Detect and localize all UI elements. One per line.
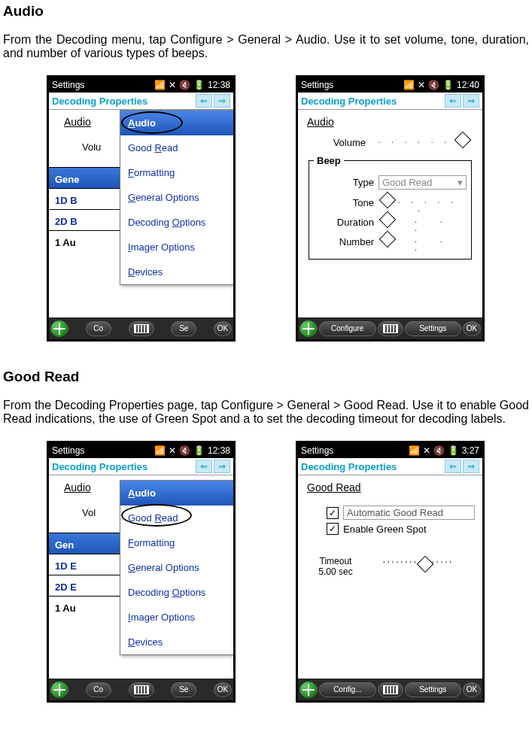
underlying-title: Audio <box>64 481 91 493</box>
start-button[interactable] <box>299 321 318 336</box>
soft-button-bar: Config... Settings OK <box>298 679 482 700</box>
type-select[interactable]: Good Read ▾ <box>378 175 467 190</box>
content-area: Audio Volu Gene 1D B 2D B 1 Au Audio Goo… <box>49 110 233 317</box>
menu-item-decoding-options[interactable]: Decoding Options <box>120 580 233 605</box>
timeout-value: 5.00 sec <box>306 566 366 577</box>
page-header: Decoding Properties ⇐ ⇒ <box>49 458 233 475</box>
signal-icon: 📶 <box>403 80 415 90</box>
menu-item-decoding-options[interactable]: Decoding Options <box>120 210 233 235</box>
configure-button-trunc[interactable]: Co <box>86 321 111 336</box>
antenna-icon: ✕ <box>169 445 176 456</box>
green-spot-label: Enable Green Spot <box>343 524 427 535</box>
windows-icon <box>51 320 68 337</box>
ok-button[interactable]: OK <box>463 321 481 336</box>
keyboard-icon <box>134 324 149 333</box>
keyboard-button[interactable] <box>378 321 403 336</box>
section-body-goodread: From the Decoding Properties page, tap C… <box>3 399 529 426</box>
speaker-icon: 🔇 <box>179 80 190 90</box>
content-area: Audio Vol Gen 1D E 2D E 1 Au Audio Good … <box>49 475 233 679</box>
battery-icon: 🔋 <box>448 445 459 456</box>
menu-item-devices[interactable]: Devices <box>120 260 233 284</box>
signal-icon: 📶 <box>154 445 166 456</box>
back-arrow-button[interactable]: ⇐ <box>445 94 461 108</box>
menu-item-devices[interactable]: Devices <box>120 630 233 654</box>
clock: 12:40 <box>457 80 479 90</box>
configure-button[interactable]: Configure <box>319 321 376 336</box>
soft-button-bar: Co Se OK <box>49 317 233 339</box>
ok-button[interactable]: OK <box>214 321 232 336</box>
settings-button[interactable]: Settings <box>405 321 462 336</box>
keyboard-button[interactable] <box>129 682 154 697</box>
number-label: Number <box>314 236 378 247</box>
start-button[interactable] <box>50 321 68 336</box>
tone-slider[interactable] <box>378 196 464 209</box>
green-spot-checkbox[interactable]: ✓ <box>327 523 339 535</box>
speaker-icon: 🔇 <box>179 445 190 456</box>
menu-item-formatting[interactable]: Formatting <box>120 160 233 185</box>
settings-button-trunc[interactable]: Se <box>171 682 196 697</box>
keyboard-button[interactable] <box>129 321 154 336</box>
menu-item-imager-options[interactable]: Imager Options <box>120 235 233 260</box>
soft-button-bar: Configure Settings OK <box>298 317 482 339</box>
signal-icon: 📶 <box>409 445 420 456</box>
back-arrow-button[interactable]: ⇐ <box>196 460 212 473</box>
status-bar: Settings 📶 ✕ 🔇 🔋 3:27 <box>298 443 482 458</box>
page-header: Decoding Properties ⇐ ⇒ <box>49 93 233 110</box>
ok-button[interactable]: OK <box>214 682 232 697</box>
annotation-circle-goodread <box>121 504 192 527</box>
back-arrow-button[interactable]: ⇐ <box>196 94 212 108</box>
keyboard-button[interactable] <box>378 682 403 697</box>
battery-icon: 🔋 <box>193 445 205 456</box>
screenshot-audio-settings: Settings 📶 ✕ 🔇 🔋 12:40 Decoding Properti… <box>296 75 485 342</box>
timeout-slider[interactable] <box>366 560 472 573</box>
number-slider[interactable] <box>378 235 464 248</box>
menu-item-audio[interactable]: Audio <box>120 481 233 506</box>
antenna-icon: ✕ <box>418 80 425 90</box>
screenshots-row-audio: Settings 📶 ✕ 🔇 🔋 12:38 Decoding Properti… <box>3 75 529 342</box>
underlying-title: Audio <box>64 116 91 128</box>
section-heading-goodread: Good Read <box>3 369 529 385</box>
status-title: Settings <box>52 80 84 90</box>
forward-arrow-button[interactable]: ⇒ <box>463 94 479 108</box>
forward-arrow-button[interactable]: ⇒ <box>463 460 479 473</box>
settings-button[interactable]: Settings <box>405 682 462 697</box>
windows-icon <box>51 682 68 698</box>
duration-label: Duration <box>314 217 378 228</box>
volume-slider[interactable] <box>370 135 472 149</box>
general-dropdown-menu: Audio Good Read Formatting General Optio… <box>120 110 233 285</box>
clock: 3:27 <box>462 445 479 456</box>
auto-goodread-checkbox[interactable]: ✓ <box>327 507 339 519</box>
forward-arrow-button[interactable]: ⇒ <box>214 94 230 108</box>
configure-button[interactable]: Config... <box>319 682 376 697</box>
soft-button-bar: Co Se OK <box>49 679 233 700</box>
status-bar: Settings 📶 ✕ 🔇 🔋 12:38 <box>49 443 233 458</box>
screenshot-audio-menu: Settings 📶 ✕ 🔇 🔋 12:38 Decoding Properti… <box>47 75 236 342</box>
start-button[interactable] <box>50 682 68 697</box>
screenshot-goodread-settings: Settings 📶 ✕ 🔇 🔋 3:27 Decoding Propertie… <box>296 441 485 703</box>
ok-button[interactable]: OK <box>463 682 481 697</box>
menu-item-general-options[interactable]: General Options <box>120 185 233 210</box>
section-body-audio: From the Decoding menu, tap Configure > … <box>3 33 529 60</box>
antenna-icon: ✕ <box>169 80 176 90</box>
type-value: Good Read <box>382 177 433 188</box>
duration-slider[interactable] <box>378 215 464 229</box>
volume-label: Volume <box>306 137 370 148</box>
underlying-volume-label: Volu <box>82 141 101 153</box>
windows-icon <box>300 682 317 698</box>
configure-button-trunc[interactable]: Co <box>86 682 111 697</box>
menu-item-formatting[interactable]: Formatting <box>120 530 233 555</box>
status-bar: Settings 📶 ✕ 🔇 🔋 12:40 <box>298 77 482 93</box>
settings-button-trunc[interactable]: Se <box>171 321 196 336</box>
keyboard-icon <box>383 685 398 694</box>
start-button[interactable] <box>299 682 318 697</box>
forward-arrow-button[interactable]: ⇒ <box>214 460 230 473</box>
panel-title-goodread: Good Read <box>307 481 475 493</box>
menu-item-general-options[interactable]: General Options <box>120 555 233 580</box>
menu-item-imager-options[interactable]: Imager Options <box>120 605 233 630</box>
timeout-label: Timeout <box>306 556 366 566</box>
back-arrow-button[interactable]: ⇐ <box>445 460 461 473</box>
menu-item-good-read[interactable]: Good Read <box>120 135 233 160</box>
page-title: Decoding Properties <box>301 461 397 472</box>
page-header: Decoding Properties ⇐ ⇒ <box>298 93 482 110</box>
page-header: Decoding Properties ⇐ ⇒ <box>298 458 482 475</box>
